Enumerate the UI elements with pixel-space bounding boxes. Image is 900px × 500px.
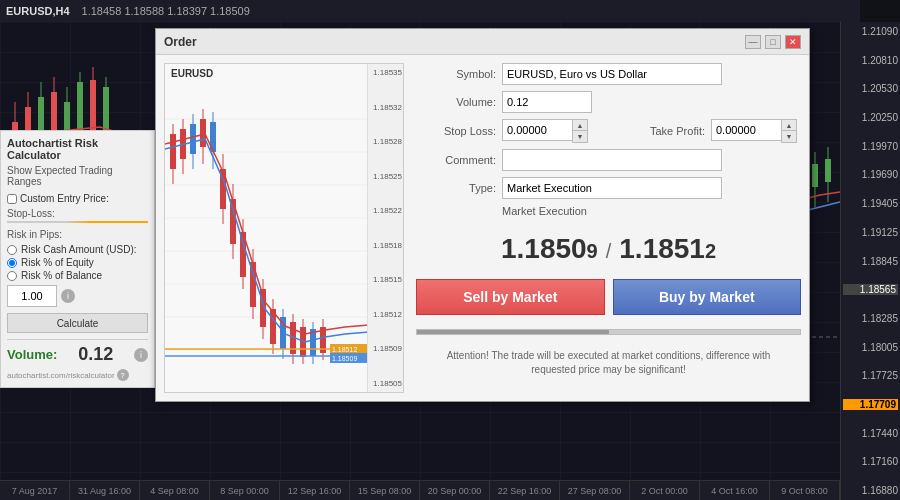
ask-small: 2 (705, 240, 716, 262)
time-label: 20 Sep 00:00 (420, 481, 490, 500)
order-chart-symbol: EURUSD (171, 68, 213, 79)
progress-bar (416, 329, 801, 335)
custom-entry-checkbox[interactable] (7, 194, 17, 204)
volume-select[interactable]: 0.12 (502, 91, 592, 113)
time-label: 4 Oct 16:00 (700, 481, 770, 500)
radio-equity[interactable]: Risk % of Equity (7, 257, 148, 268)
take-profit-spinbox-btns: ▲ ▼ (781, 119, 797, 143)
maximize-button[interactable]: □ (765, 35, 781, 49)
price-label: 1.20810 (843, 55, 898, 66)
progress-fill (417, 330, 609, 334)
radio-equity-input[interactable] (7, 258, 17, 268)
stop-loss-spinbox: ▲ ▼ (502, 119, 592, 143)
stop-loss-up[interactable]: ▲ (573, 120, 587, 131)
volume-row: Volume: 0.12 (416, 91, 801, 113)
order-content: EURUSD (156, 55, 809, 401)
minimize-button[interactable]: — (745, 35, 761, 49)
radio-cash[interactable]: Risk Cash Amount (USD): (7, 244, 148, 255)
risk-in-pips-label: Risk in Pips: (7, 229, 148, 240)
time-label: 7 Aug 2017 (0, 481, 70, 500)
svg-rect-77 (170, 134, 176, 169)
stop-loss-line (7, 221, 148, 223)
order-chart: EURUSD (164, 63, 404, 393)
type-row: Type: Market Execution (416, 177, 801, 199)
time-scale: 7 Aug 2017 31 Aug 16:00 4 Sep 08:00 8 Se… (0, 480, 840, 500)
bid-small: 9 (587, 240, 598, 262)
top-bar: EURUSD,H4 1.18458 1.18588 1.18397 1.1850… (0, 0, 860, 22)
stop-loss-down[interactable]: ▼ (573, 131, 587, 142)
time-label: 27 Sep 08:00 (560, 481, 630, 500)
take-profit-spinbox: ▲ ▼ (711, 119, 801, 143)
price-label-orange: 1.17709 (843, 399, 898, 410)
volume-label: Volume: (416, 96, 496, 108)
price-label: 1.17160 (843, 456, 898, 467)
price-label-highlight: 1.18565 (843, 284, 898, 295)
time-label: 31 Aug 16:00 (70, 481, 140, 500)
type-label: Type: (416, 182, 496, 194)
chart-symbol: EURUSD,H4 (6, 5, 70, 17)
order-titlebar: Order — □ ✕ (156, 29, 809, 55)
risk-value-input[interactable] (7, 285, 57, 307)
radio-balance-input[interactable] (7, 271, 17, 281)
comment-input[interactable] (502, 149, 722, 171)
buy-button[interactable]: Buy by Market (613, 279, 802, 315)
svg-rect-81 (190, 124, 196, 154)
attention-text: Attention! The trade will be executed at… (416, 349, 801, 377)
titlebar-buttons: — □ ✕ (745, 35, 801, 49)
symbol-select[interactable]: EURUSD, Euro vs US Dollar (502, 63, 722, 85)
volume-info-icon[interactable]: i (134, 348, 148, 362)
comment-row: Comment: (416, 149, 801, 171)
price-label: 1.18285 (843, 313, 898, 324)
price-display: 1.18509 / 1.18512 (416, 233, 801, 265)
stop-loss-label: Stop-Loss: (7, 208, 148, 219)
price-separator: / (606, 240, 612, 263)
price-label: 1.17440 (843, 428, 898, 439)
comment-label: Comment: (416, 154, 496, 166)
bid-price: 1.18509 (501, 233, 598, 265)
time-label: 9 Oct 08:00 (770, 481, 840, 500)
order-form: Symbol: EURUSD, Euro vs US Dollar Volume… (416, 63, 801, 393)
risk-value-row: i (7, 285, 148, 307)
radio-equity-label: Risk % of Equity (21, 257, 94, 268)
stop-loss-input[interactable] (502, 119, 572, 141)
chart-prices: 1.18458 1.18588 1.18397 1.18509 (82, 5, 250, 17)
price-label: 1.20530 (843, 83, 898, 94)
svg-text:1.18509: 1.18509 (332, 355, 357, 362)
price-label: 1.19125 (843, 227, 898, 238)
stop-loss-spinbox-btns: ▲ ▼ (572, 119, 588, 143)
order-dialog: Order — □ ✕ EURUSD (155, 28, 810, 402)
show-expected-label: Show Expected Trading Ranges (7, 165, 148, 187)
custom-entry-checkbox-row: Custom Entry Price: (7, 193, 109, 204)
price-label: 1.19970 (843, 141, 898, 152)
price-label: 1.21090 (843, 26, 898, 37)
ask-price: 1.18512 (619, 233, 716, 265)
ask-main: 1.1851 (619, 233, 705, 264)
radio-cash-input[interactable] (7, 245, 17, 255)
sell-button[interactable]: Sell by Market (416, 279, 605, 315)
type-select[interactable]: Market Execution (502, 177, 722, 199)
volume-display: Volume: 0.12 i (7, 339, 148, 365)
time-label: 8 Sep 00:00 (210, 481, 280, 500)
footer-url: autochartist.com/riskcalculator (7, 371, 115, 380)
take-profit-up[interactable]: ▲ (782, 120, 796, 131)
price-label: 1.16880 (843, 485, 898, 496)
price-label: 1.19690 (843, 169, 898, 180)
svg-rect-65 (825, 159, 831, 182)
time-label: 15 Sep 08:00 (350, 481, 420, 500)
market-exec-label: Market Execution (502, 205, 801, 217)
radio-balance[interactable]: Risk % of Balance (7, 270, 148, 281)
price-label: 1.20250 (843, 112, 898, 123)
radio-balance-label: Risk % of Balance (21, 270, 102, 281)
question-icon[interactable]: ? (117, 369, 129, 381)
time-label: 12 Sep 16:00 (280, 481, 350, 500)
price-label: 1.18845 (843, 256, 898, 267)
price-scale: 1.21090 1.20810 1.20530 1.20250 1.19970 … (840, 22, 900, 500)
time-label: 2 Oct 00:00 (630, 481, 700, 500)
calculate-button[interactable]: Calculate (7, 313, 148, 333)
take-profit-input[interactable] (711, 119, 781, 141)
close-button[interactable]: ✕ (785, 35, 801, 49)
risk-info-icon[interactable]: i (61, 289, 75, 303)
order-title: Order (164, 35, 197, 49)
take-profit-down[interactable]: ▼ (782, 131, 796, 142)
risk-radio-group: Risk Cash Amount (USD): Risk % of Equity… (7, 244, 148, 281)
